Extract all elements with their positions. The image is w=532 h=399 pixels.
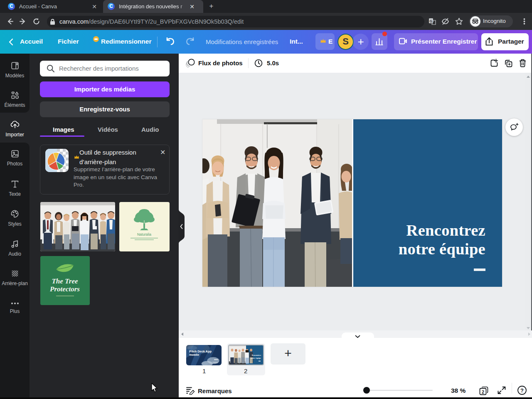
svg-text:Naturalia: Naturalia [137,232,151,236]
svg-text:mobile: mobile [189,353,199,357]
svg-text:2: 2 [482,389,484,394]
svg-text:Protectors: Protectors [49,285,80,293]
svg-text:notre équipe: notre équipe [251,357,261,359]
svg-text:Rencontrez: Rencontrez [252,354,261,356]
svg-text:?: ? [520,387,524,394]
svg-text:G: G [429,19,432,23]
svg-text:The Tree: The Tree [52,277,78,285]
